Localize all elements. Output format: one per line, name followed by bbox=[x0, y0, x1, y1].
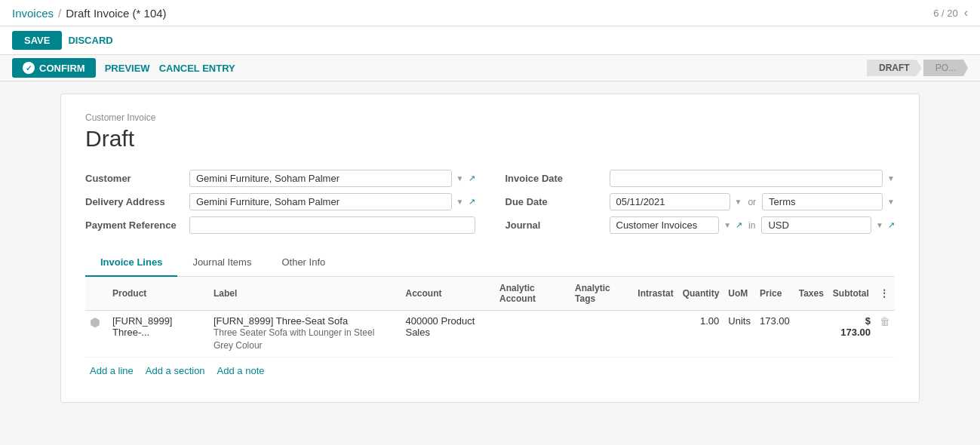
confirm-button[interactable]: ✓ CONFIRM bbox=[12, 58, 96, 78]
cell-uom: Units bbox=[723, 311, 755, 358]
save-button[interactable]: SAVE bbox=[12, 31, 62, 50]
delivery-address-dropdown-arrow[interactable]: ▼ bbox=[456, 198, 464, 206]
tab-other-info[interactable]: Other Info bbox=[266, 249, 340, 277]
due-date-label: Due Date bbox=[505, 196, 604, 207]
status-left: ✓ CONFIRM PREVIEW CANCEL ENTRY bbox=[12, 58, 235, 78]
discard-button[interactable]: DISCARD bbox=[68, 35, 112, 46]
cell-subtotal: $ 173.00 bbox=[828, 311, 875, 358]
col-header-quantity: Quantity bbox=[678, 277, 724, 311]
add-note-link[interactable]: Add a note bbox=[217, 365, 265, 376]
invoice-title: Draft bbox=[85, 126, 895, 152]
form-grid: Customer ▼ ↗ Delivery Address ▼ ↗ bbox=[85, 170, 895, 234]
due-date-value: ▼ or ▼ bbox=[610, 193, 896, 210]
customer-label: Customer bbox=[85, 173, 183, 184]
journal-label: Journal bbox=[505, 219, 604, 231]
customer-value: ▼ ↗ bbox=[189, 170, 475, 187]
cell-price: 173.00 bbox=[755, 311, 794, 358]
form-right: Invoice Date ▼ Due Date ▼ or ▼ bbox=[505, 170, 896, 234]
breadcrumb-left: Invoices / Draft Invoice (* 104) bbox=[12, 7, 167, 20]
tabs: Invoice Lines Journal Items Other Info bbox=[85, 249, 895, 277]
col-header-handle bbox=[85, 277, 108, 311]
or-text: or bbox=[748, 197, 756, 207]
status-bar: ✓ CONFIRM PREVIEW CANCEL ENTRY DRAFT PO.… bbox=[0, 55, 980, 81]
delivery-address-external-link-icon[interactable]: ↗ bbox=[468, 197, 475, 207]
payment-reference-field-row: Payment Reference bbox=[85, 216, 475, 234]
preview-button[interactable]: PREVIEW bbox=[105, 63, 150, 74]
table-footer: Add a line Add a section Add a note bbox=[85, 358, 895, 384]
cell-account: 400000 Product Sales bbox=[401, 311, 495, 358]
invoice-card: Customer Invoice Draft Customer ▼ ↗ Deli… bbox=[60, 94, 920, 403]
journal-input[interactable] bbox=[610, 216, 720, 234]
table-row: ⬢ [FURN_8999] Three-... [FURN_8999] Thre… bbox=[85, 311, 895, 358]
drag-handle-icon[interactable]: ⬢ bbox=[90, 316, 100, 329]
payment-reference-input[interactable] bbox=[189, 216, 475, 234]
confirm-label: CONFIRM bbox=[39, 63, 85, 74]
breadcrumb-separator: / bbox=[58, 7, 61, 20]
payment-reference-value bbox=[189, 216, 475, 234]
add-section-link[interactable]: Add a section bbox=[146, 365, 205, 376]
cell-quantity: 1.00 bbox=[678, 311, 724, 358]
col-header-menu[interactable]: ⋮ bbox=[875, 277, 895, 311]
breadcrumb-bar: Invoices / Draft Invoice (* 104) 6 / 20 … bbox=[0, 0, 980, 26]
delivery-address-value: ▼ ↗ bbox=[189, 193, 475, 210]
journal-external-link-icon[interactable]: ↗ bbox=[736, 220, 742, 230]
delete-row-icon[interactable]: 🗑 bbox=[880, 315, 890, 327]
currency-external-link-icon[interactable]: ↗ bbox=[888, 220, 895, 230]
invoice-date-dropdown-arrow[interactable]: ▼ bbox=[887, 174, 895, 183]
due-date-dropdown-arrow[interactable]: ▼ bbox=[735, 198, 742, 206]
delivery-address-field-row: Delivery Address ▼ ↗ bbox=[85, 193, 475, 210]
col-header-analytic-tags: Analytic Tags bbox=[570, 277, 633, 311]
cell-product: [FURN_8999] Three-... bbox=[108, 311, 209, 358]
status-right: DRAFT PO... bbox=[867, 60, 968, 76]
cell-intrastat bbox=[633, 311, 677, 358]
journal-value: ▼ ↗ in ▼ ↗ bbox=[610, 216, 896, 234]
cell-analytic-account bbox=[495, 311, 570, 358]
breadcrumb-invoices-link[interactable]: Invoices bbox=[12, 7, 54, 20]
invoice-date-field-row: Invoice Date ▼ bbox=[505, 170, 896, 187]
due-date-input[interactable] bbox=[610, 193, 730, 210]
add-line-link[interactable]: Add a line bbox=[90, 365, 134, 376]
invoice-type-label: Customer Invoice bbox=[85, 112, 895, 123]
col-header-label: Label bbox=[209, 277, 401, 311]
form-left: Customer ▼ ↗ Delivery Address ▼ ↗ bbox=[85, 170, 475, 234]
invoice-table: Product Label Account Analytic Account A… bbox=[85, 277, 895, 358]
col-header-price: Price bbox=[755, 277, 794, 311]
draft-status-badge: DRAFT bbox=[867, 60, 922, 76]
breadcrumb-current: Draft Invoice (* 104) bbox=[66, 7, 166, 20]
col-header-account: Account bbox=[401, 277, 495, 311]
customer-external-link-icon[interactable]: ↗ bbox=[468, 173, 475, 183]
invoice-date-value: ▼ bbox=[610, 170, 896, 187]
cell-analytic-tags bbox=[570, 311, 633, 358]
journal-in-text: in bbox=[748, 220, 755, 231]
journal-field-row: Journal ▼ ↗ in ▼ ↗ bbox=[505, 216, 896, 234]
label-main: [FURN_8999] Three-Seat Sofa bbox=[214, 315, 397, 327]
col-header-subtotal: Subtotal bbox=[828, 277, 875, 311]
tab-journal-items[interactable]: Journal Items bbox=[177, 249, 266, 277]
customer-field-row: Customer ▼ ↗ bbox=[85, 170, 475, 187]
due-date-field-row: Due Date ▼ or ▼ bbox=[505, 193, 896, 210]
main-content: Customer Invoice Draft Customer ▼ ↗ Deli… bbox=[0, 81, 980, 415]
customer-dropdown-arrow[interactable]: ▼ bbox=[456, 174, 464, 183]
col-header-uom: UoM bbox=[723, 277, 755, 311]
currency-dropdown-arrow[interactable]: ▼ bbox=[876, 221, 883, 229]
invoice-date-label: Invoice Date bbox=[505, 173, 604, 184]
terms-dropdown-arrow[interactable]: ▼ bbox=[887, 198, 895, 206]
cell-label: [FURN_8999] Three-Seat Sofa Three Seater… bbox=[209, 311, 401, 358]
label-detail: Three Seater Sofa with Lounger in Steel … bbox=[214, 327, 397, 352]
terms-input[interactable] bbox=[762, 193, 883, 210]
cancel-entry-button[interactable]: CANCEL ENTRY bbox=[159, 63, 235, 74]
journal-dropdown-arrow[interactable]: ▼ bbox=[723, 221, 731, 229]
payment-reference-label: Payment Reference bbox=[85, 219, 183, 231]
col-header-intrastat: Intrastat bbox=[633, 277, 677, 311]
customer-input[interactable] bbox=[189, 170, 452, 187]
invoice-date-input[interactable] bbox=[610, 170, 883, 187]
action-bar: SAVE DISCARD bbox=[0, 26, 980, 55]
delivery-address-input[interactable] bbox=[189, 193, 452, 210]
col-header-analytic-account: Analytic Account bbox=[495, 277, 570, 311]
currency-input[interactable] bbox=[761, 216, 871, 234]
tab-invoice-lines[interactable]: Invoice Lines bbox=[85, 249, 177, 277]
nav-prev-button[interactable]: ‹ bbox=[964, 6, 968, 20]
col-header-product: Product bbox=[108, 277, 209, 311]
posted-status-badge: PO... bbox=[923, 60, 968, 76]
cell-taxes bbox=[794, 311, 828, 358]
